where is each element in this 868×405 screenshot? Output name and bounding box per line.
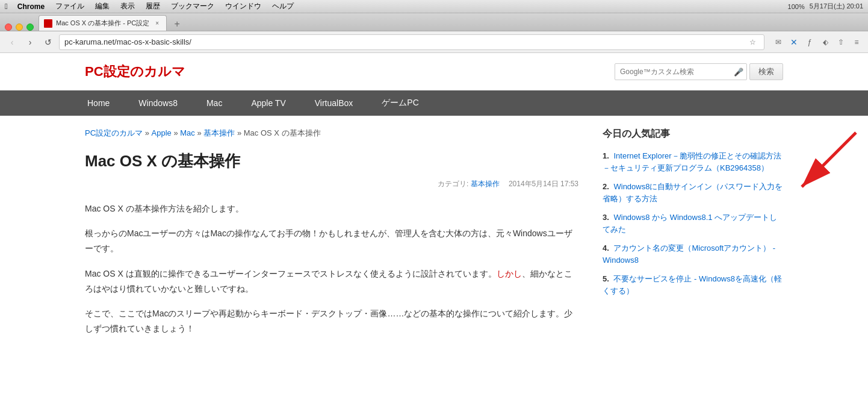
url-bar[interactable]: pc-karuma.net/mac-os-x-basic-skills/ ☆ (59, 34, 764, 50)
apple-menu[interactable]:  (5, 2, 8, 11)
nav-windows8[interactable]: Windows8 (124, 91, 192, 115)
list-num: 1. (603, 151, 609, 160)
mail-icon[interactable]: ✉ (772, 36, 785, 49)
list-num: 5. (603, 274, 609, 283)
category-link[interactable]: 基本操作 (471, 180, 500, 188)
nav-inner: Home Windows8 Mac Apple TV VirtualBox ゲー… (73, 90, 795, 116)
search-input-wrap: 🎤 (615, 63, 747, 80)
breadcrumb-current: Mac OS X の基本操作 (244, 128, 321, 137)
window-menu[interactable]: ウインドウ (222, 1, 265, 11)
breadcrumb-home[interactable]: PC設定のカルマ (85, 128, 143, 137)
window-controls (5, 24, 34, 31)
forward-button[interactable]: › (23, 35, 37, 49)
close-window-button[interactable] (5, 24, 12, 31)
breadcrumb: PC設定のカルマ » Apple » Mac » 基本操作 » Mac OS X… (85, 128, 578, 139)
chrome-menu[interactable]: Chrome (14, 2, 48, 11)
popular-link-2[interactable]: Windows8に自動サインイン（パスワード入力を省略）する方法 (603, 182, 783, 203)
article-para-4: そこで、ここではMacのスリープや再起動からキーボード・デスクトップ・画像……な… (85, 306, 578, 336)
breadcrumb-mac[interactable]: Mac (180, 128, 195, 137)
extension-icon-1[interactable]: ✕ (787, 36, 801, 49)
list-num: 3. (603, 213, 609, 222)
article-area: PC設定のカルマ » Apple » Mac » 基本操作 » Mac OS X… (85, 128, 603, 346)
mic-icon: 🎤 (734, 68, 743, 77)
tab-title: Mac OS X の基本操作 - PC設定 (56, 19, 149, 28)
address-icons: ☆ (746, 36, 759, 49)
article-meta: カテゴリ: 基本操作 2014年5月14日 17:53 (85, 179, 578, 189)
article-para-3: Mac OS X は直観的に操作できるユーザーインターフェースでストレスなく使え… (85, 266, 578, 297)
search-area: 🎤 検索 (615, 63, 783, 80)
site-header: PC設定のカルマ 🎤 検索 (73, 53, 795, 90)
address-bar: ‹ › ↺ pc-karuma.net/mac-os-x-basic-skill… (0, 31, 868, 53)
extension-icon-2[interactable]: ƒ (803, 36, 816, 49)
list-item: 2. Windows8に自動サインイン（パスワード入力を省略）する方法 (603, 181, 783, 204)
bookmark-star-icon[interactable]: ☆ (746, 36, 759, 49)
file-menu[interactable]: ファイル (52, 1, 88, 11)
nav-bar: Home Windows8 Mac Apple TV VirtualBox ゲー… (0, 90, 868, 116)
category-label: カテゴリ: (438, 180, 468, 188)
popular-link-5[interactable]: 不要なサービスを停止 - Windows8を高速化（軽くする） (603, 274, 782, 295)
time-display: 5月17日(土) 20:01 (810, 2, 863, 11)
article-para-2: 根っからのMacユーザーの方々はMacの操作なんてお手の物！かもしれませんが、管… (85, 226, 578, 256)
search-input[interactable] (615, 63, 747, 80)
popular-list: 1. Internet Explorer－脆弱性の修正とその確認方法－セキュリテ… (603, 150, 783, 297)
article-para-1: Mac OS X の基本操作方法を紹介します。 (85, 201, 578, 216)
sidebar: 今日の人気記事 1. Internet Explorer－脆弱性の修正とその確認… (603, 128, 783, 346)
minimize-window-button[interactable] (16, 24, 23, 31)
bookmarks-menu[interactable]: ブックマーク (167, 1, 218, 11)
breadcrumb-sep4: » (237, 128, 244, 137)
list-item: 3. Windows8 から Windows8.1 へアップデートしてみた (603, 212, 783, 235)
edit-menu[interactable]: 編集 (91, 1, 113, 11)
nav-apple-tv[interactable]: Apple TV (237, 91, 300, 115)
battery-status: 100% (788, 3, 805, 10)
back-button[interactable]: ‹ (5, 35, 19, 49)
breadcrumb-apple[interactable]: Apple (152, 128, 172, 137)
reload-button[interactable]: ↺ (41, 35, 55, 49)
list-item: 1. Internet Explorer－脆弱性の修正とその確認方法－セキュリテ… (603, 150, 783, 174)
list-item: 5. 不要なサービスを停止 - Windows8を高速化（軽くする） (603, 273, 783, 297)
tab-favicon (44, 19, 52, 28)
article-body: Mac OS X の基本操作方法を紹介します。 根っからのMacユーザーの方々は… (85, 201, 578, 336)
toolbar-icons: ✉ ✕ ƒ ⬖ ⇧ ≡ (772, 36, 863, 49)
nav-gamepc[interactable]: ゲームPC (367, 90, 433, 116)
chrome-menu-icon[interactable]: ≡ (850, 36, 863, 49)
meta-date: 2014年5月14日 17:53 (501, 180, 578, 188)
page-content: PC設定のカルマ 🎤 検索 Home Windows8 Mac Apple TV… (0, 53, 868, 405)
list-item: 4. アカウント名の変更（Microsoftアカウント） - Windows8 (603, 242, 783, 266)
tab-close-button[interactable]: × (153, 19, 161, 28)
extension-icon-4[interactable]: ⇧ (834, 36, 848, 49)
logo-plain: PC設定の (85, 64, 144, 79)
help-menu[interactable]: ヘルプ (268, 1, 297, 11)
tab-bar: Mac OS X の基本操作 - PC設定 × + (0, 13, 868, 31)
url-text: pc-karuma.net/mac-os-x-basic-skills/ (64, 37, 742, 46)
breadcrumb-sep2: » (173, 128, 180, 137)
article-title: Mac OS X の基本操作 (85, 151, 578, 172)
mac-titlebar:  Chrome ファイル 編集 表示 履歴 ブックマーク ウインドウ ヘルプ … (0, 0, 868, 13)
nav-mac[interactable]: Mac (192, 91, 237, 115)
list-num: 2. (603, 182, 609, 191)
maximize-window-button[interactable] (26, 24, 34, 31)
view-menu[interactable]: 表示 (117, 1, 138, 11)
logo-accent: カルマ (144, 64, 185, 79)
extension-icon-3[interactable]: ⬖ (819, 36, 832, 49)
popular-section: 今日の人気記事 1. Internet Explorer－脆弱性の修正とその確認… (603, 128, 783, 297)
shikashi-link[interactable]: しかし (497, 269, 522, 278)
site-logo: PC設定のカルマ (85, 63, 185, 81)
search-button[interactable]: 検索 (749, 63, 783, 80)
active-tab[interactable]: Mac OS X の基本操作 - PC設定 × (39, 15, 167, 31)
main-layout: PC設定のカルマ » Apple » Mac » 基本操作 » Mac OS X… (73, 116, 795, 358)
popular-title: 今日の人気記事 (603, 128, 783, 143)
new-tab-button[interactable]: + (169, 17, 185, 31)
breadcrumb-kihon[interactable]: 基本操作 (203, 128, 235, 137)
breadcrumb-sep3: » (197, 128, 203, 137)
popular-link-4[interactable]: アカウント名の変更（Microsoftアカウント） - Windows8 (603, 243, 775, 265)
history-menu[interactable]: 履歴 (142, 1, 164, 11)
nav-virtualbox[interactable]: VirtualBox (300, 91, 368, 115)
nav-home[interactable]: Home (73, 91, 124, 115)
list-num: 4. (603, 243, 609, 253)
popular-link-3[interactable]: Windows8 から Windows8.1 へアップデートしてみた (603, 213, 777, 234)
breadcrumb-sep1: » (145, 128, 152, 137)
popular-link-1[interactable]: Internet Explorer－脆弱性の修正とその確認方法－セキュリティ更新… (603, 151, 781, 172)
chrome-window:  Chrome ファイル 編集 表示 履歴 ブックマーク ウインドウ ヘルプ … (0, 0, 868, 405)
